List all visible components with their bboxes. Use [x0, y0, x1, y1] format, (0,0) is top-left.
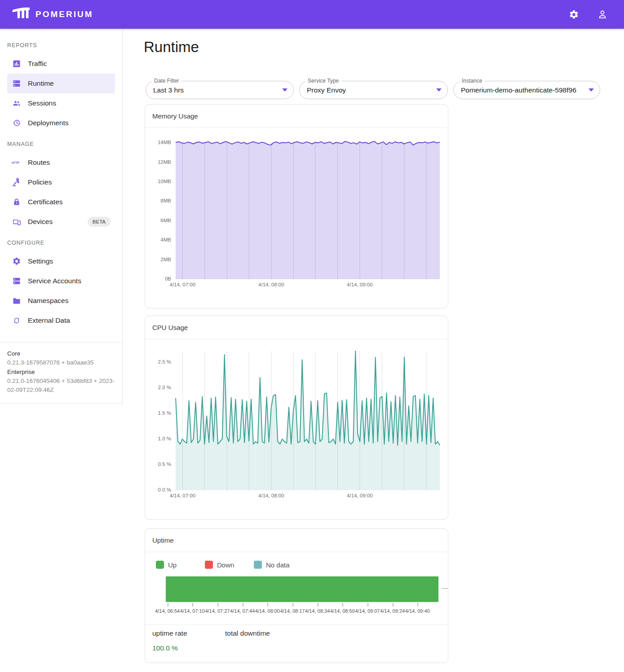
core-version-label: Core [7, 349, 115, 358]
svg-text:HTTP: HTTP [12, 161, 20, 164]
cpu-x-tick-label: 4/14, 07:00 [170, 493, 196, 498]
uptime-status-bar [166, 576, 438, 602]
uptime-tick-label: 4/14, 08:50 [330, 608, 355, 614]
memory-y-tick-label: 10MB [145, 179, 171, 184]
memory-y-tick-label: 8MB [145, 198, 171, 203]
sidebar-item-deployments[interactable]: Deployments [7, 113, 115, 133]
sidebar-item-settings[interactable]: Settings [7, 251, 115, 271]
uptime-tick [318, 603, 319, 606]
settings-gear-icon[interactable] [568, 9, 579, 20]
memory-y-tick-label: 0B [145, 276, 171, 281]
no-data-swatch [254, 561, 262, 569]
account-icon[interactable] [597, 9, 608, 20]
uptime-tick [393, 603, 394, 606]
uptime-tick [367, 603, 368, 606]
uptime-tick-label: 4/14, 06:54 [155, 608, 180, 614]
legend-item-down: Down [205, 561, 254, 569]
nav-group-header: CONFIGURE [0, 232, 122, 251]
cpu-y-tick-label: 2.0 % [145, 385, 171, 390]
pomerium-logo-icon [12, 6, 31, 23]
instance-label: Instance [460, 78, 484, 84]
uptime-tick-label: 4/14, 08:34 [305, 608, 330, 614]
cpu-usage-card: CPU Usage 0.0 %0.5 %1.0 %1.5 %2.0 %2.5 %… [145, 316, 448, 520]
external-data-icon [12, 316, 22, 325]
uptime-tick-label: 4/14, 08:00 [255, 608, 280, 614]
uptime-tick [243, 603, 243, 606]
sidebar-item-traffic[interactable]: Traffic [7, 54, 115, 74]
nav-group-reports: REPORTS Traffic Runtime Sessions [0, 34, 122, 133]
service-type-select[interactable]: Service Type Proxy Envoy [299, 81, 448, 99]
legend-label: Up [168, 561, 177, 569]
uptime-legend: Up Down No data [156, 561, 303, 569]
memory-x-tick-label: 4/14, 08:00 [258, 282, 284, 287]
legend-item-nodata: No data [254, 561, 303, 569]
service-type-value: Proxy Envoy [307, 86, 433, 94]
date-filter-select[interactable]: Date Filter Last 3 hrs [146, 81, 294, 99]
nav-group-configure: CONFIGURE Settings Service Accounts Name… [0, 232, 122, 330]
sidebar-item-devices[interactable]: Devices BETA [7, 212, 115, 232]
nav-group-header: MANAGE [0, 133, 122, 153]
uptime-tick-label: 4/14, 09:40 [405, 608, 430, 614]
uptime-tick [217, 603, 218, 606]
sidebar-item-routes[interactable]: HTTP Routes [7, 153, 115, 172]
memory-usage-title: Memory Usage [145, 105, 448, 128]
memory-area-fill [176, 141, 440, 279]
chevron-down-icon [282, 88, 288, 92]
sessions-icon [12, 99, 22, 108]
sidebar-item-label: Devices [28, 218, 53, 226]
service-accounts-icon [12, 277, 22, 285]
top-bar: POMERIUM [0, 0, 624, 29]
deployments-icon [12, 119, 22, 127]
sidebar-item-runtime[interactable]: Runtime [7, 74, 115, 93]
sidebar-item-policies[interactable]: Policies [7, 172, 115, 192]
devices-icon [12, 217, 22, 226]
sidebar-item-label: Settings [28, 257, 53, 265]
runtime-icon [12, 79, 22, 88]
uptime-title: Uptime [145, 529, 448, 552]
cpu-x-tick-label: 4/14, 09:00 [347, 493, 373, 498]
nav-group-manage: MANAGE HTTP Routes Policies Certificates [0, 133, 122, 232]
cpu-area-fill [176, 351, 440, 490]
sidebar-item-label: Policies [28, 178, 52, 186]
cpu-usage-title: CPU Usage [145, 316, 448, 339]
beta-badge: BETA [88, 217, 111, 227]
up-swatch [156, 561, 164, 569]
page-title: Runtime [144, 39, 199, 56]
uptime-rate-label: uptime rate [152, 629, 187, 637]
enterprise-version-label: Enterprise [7, 368, 115, 377]
enterprise-version-value: 0.21.0-1676045406 + 53d6bf83 + 2023-02-0… [7, 377, 115, 395]
cpu-x-tick-label: 4/14, 08:00 [258, 493, 284, 498]
core-version-value: 0.21.3-1679587076 + ba0aae35 [7, 358, 115, 367]
date-filter-value: Last 3 hrs [153, 86, 279, 94]
down-swatch [205, 561, 213, 569]
sidebar-item-certificates[interactable]: Certificates [7, 192, 115, 212]
memory-plot [176, 141, 440, 279]
cpu-plot [176, 351, 440, 490]
version-info: Core 0.21.3-1679587076 + ba0aae35 Enterp… [0, 342, 122, 404]
uptime-tick-label: 4/14, 07:10 [180, 608, 205, 614]
routes-icon: HTTP [12, 158, 22, 167]
topbar-actions [568, 9, 608, 20]
sidebar-item-label: External Data [28, 316, 70, 325]
memory-y-tick-label: 4MB [145, 237, 171, 242]
chevron-down-icon [436, 88, 442, 92]
sidebar-item-label: Traffic [28, 60, 47, 68]
cpu-y-tick-label: 1.5 % [145, 410, 171, 416]
certificates-icon [12, 198, 22, 206]
uptime-tick [292, 603, 293, 606]
total-downtime-label: total downtime [225, 629, 270, 637]
sidebar-item-service-accounts[interactable]: Service Accounts [7, 271, 115, 291]
namespaces-icon [12, 296, 22, 305]
sidebar-item-external-data[interactable]: External Data [7, 311, 115, 330]
sidebar-item-sessions[interactable]: Sessions [7, 93, 115, 113]
uptime-tick [267, 603, 268, 606]
uptime-card: Uptime Up Down No data 4/14, 06:544/14, … [145, 528, 448, 663]
app-root: POMERIUM REPORTS Traffic [0, 0, 624, 672]
instance-select[interactable]: Instance Pomerium-demo-authenticate-598f… [453, 81, 600, 99]
sidebar-item-namespaces[interactable]: Namespaces [7, 291, 115, 311]
uptime-tick-label: 4/14, 07:44 [230, 608, 255, 614]
traffic-icon [12, 59, 22, 68]
uptime-tick-label: 4/14, 08:17 [280, 608, 305, 614]
chevron-down-icon [589, 88, 594, 92]
legend-item-up: Up [156, 561, 205, 569]
